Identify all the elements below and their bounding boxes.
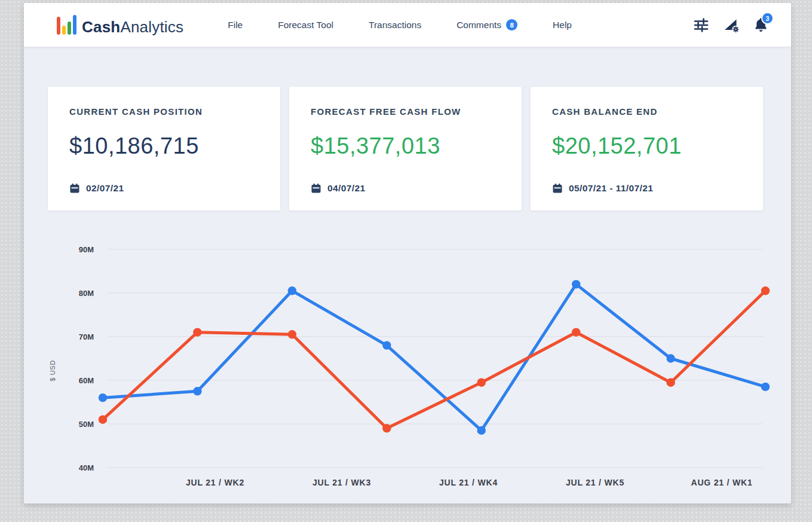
brand-name-bold: Cash bbox=[82, 18, 120, 36]
red-series-point bbox=[99, 416, 107, 424]
y-axis-tick: 90M bbox=[79, 245, 94, 254]
app-panel: CashAnalytics File Forecast Tool Transac… bbox=[24, 3, 791, 503]
blue-series-point bbox=[288, 286, 296, 295]
analytics-settings-icon[interactable] bbox=[723, 17, 740, 33]
y-axis-tick: 60M bbox=[79, 376, 94, 385]
top-nav-bar: CashAnalytics File Forecast Tool Transac… bbox=[24, 3, 791, 47]
blue-series-point bbox=[99, 393, 107, 402]
line-chart-canvas: 90M80M70M60M50M40M$ USDJUL 21 / WK2JUL 2… bbox=[24, 233, 791, 503]
menu-item-label: Comments bbox=[456, 20, 501, 30]
card-forecast-free-cash-flow[interactable]: FORECAST FREE CASH FLOW $15,377,013 04/0… bbox=[289, 87, 522, 210]
notifications-count-badge: 3 bbox=[761, 12, 774, 25]
menu-item-forecast-tool[interactable]: Forecast Tool bbox=[278, 20, 333, 30]
menu-item-file[interactable]: File bbox=[228, 20, 243, 30]
card-date-row: 04/07/21 bbox=[311, 183, 366, 194]
calendar-icon bbox=[552, 183, 563, 194]
calendar-icon bbox=[311, 183, 321, 194]
y-axis-tick: 70M bbox=[79, 332, 94, 341]
red-series-point bbox=[193, 328, 201, 337]
red-series-point bbox=[572, 328, 580, 337]
blue-series-point bbox=[666, 354, 675, 362]
brand-name-light: Analytics bbox=[120, 18, 183, 36]
card-title: CURRENT CASH POSITION bbox=[69, 106, 280, 117]
red-series-point bbox=[288, 330, 296, 338]
cashanalytics-dashboard: { "brand": { "name_bold": "Cash", "name_… bbox=[0, 0, 812, 522]
card-date-row: 02/07/21 bbox=[69, 183, 124, 194]
menu-item-label: Transactions bbox=[369, 20, 421, 30]
y-axis-tick: 80M bbox=[79, 289, 94, 298]
red-series-line bbox=[103, 291, 765, 428]
menu-item-transactions[interactable]: Transactions bbox=[369, 20, 421, 30]
brand-logo[interactable]: CashAnalytics bbox=[57, 15, 183, 35]
red-series-point bbox=[666, 378, 675, 387]
brand-bar bbox=[62, 26, 66, 35]
card-current-cash-position[interactable]: CURRENT CASH POSITION $10,186,715 02/07/… bbox=[48, 87, 280, 210]
x-axis-label: JUL 21 / WK3 bbox=[312, 478, 371, 487]
header-actions: 3 bbox=[693, 17, 768, 33]
menu-item-label: Help bbox=[553, 20, 572, 30]
blue-series-point bbox=[477, 426, 486, 435]
menu-item-label: File bbox=[228, 20, 243, 30]
red-series-point bbox=[477, 378, 486, 387]
red-series-point bbox=[382, 424, 391, 432]
brand-bar bbox=[57, 17, 60, 35]
brand-name: CashAnalytics bbox=[82, 19, 183, 35]
blue-series-point bbox=[572, 280, 580, 288]
y-axis-tick: 40M bbox=[79, 463, 94, 472]
card-date: 04/07/21 bbox=[327, 183, 366, 194]
x-axis-label: JUL 21 / WK4 bbox=[439, 478, 498, 487]
blue-series-point bbox=[382, 341, 391, 349]
x-axis-label: JUL 21 / WK2 bbox=[186, 478, 244, 487]
y-axis-tick: 50M bbox=[79, 420, 94, 429]
blue-series-point bbox=[193, 387, 201, 395]
settings-sliders-icon[interactable] bbox=[693, 17, 709, 33]
card-title: FORECAST FREE CASH FLOW bbox=[311, 106, 522, 117]
blue-series-point bbox=[761, 383, 770, 391]
menu-item-help[interactable]: Help bbox=[553, 20, 572, 30]
menu-item-comments[interactable]: Comments 8 bbox=[456, 19, 517, 30]
brand-bar bbox=[68, 22, 71, 35]
card-value: $15,377,013 bbox=[311, 133, 440, 159]
card-date: 02/07/21 bbox=[86, 183, 124, 194]
cash-flow-line-chart: 90M80M70M60M50M40M$ USDJUL 21 / WK2JUL 2… bbox=[24, 233, 791, 503]
main-menu: File Forecast Tool Transactions Comments… bbox=[228, 19, 572, 30]
x-axis-label: AUG 21 / WK1 bbox=[691, 478, 753, 487]
card-value: $20,152,701 bbox=[552, 133, 682, 159]
comments-count-badge: 8 bbox=[506, 19, 517, 30]
card-title: CASH BALANCE END bbox=[552, 106, 763, 117]
kpi-cards-row: CURRENT CASH POSITION $10,186,715 02/07/… bbox=[48, 87, 763, 210]
red-series-point bbox=[761, 286, 770, 295]
calendar-icon bbox=[69, 183, 80, 194]
brand-bars-icon bbox=[57, 15, 76, 35]
card-value: $10,186,715 bbox=[69, 133, 199, 159]
card-date-row: 05/07/21 - 11/07/21 bbox=[552, 183, 653, 194]
blue-series-line bbox=[103, 284, 765, 431]
menu-item-label: Forecast Tool bbox=[278, 20, 333, 30]
y-axis-label: $ USD bbox=[49, 360, 56, 381]
notifications-bell-icon[interactable]: 3 bbox=[753, 17, 768, 33]
card-cash-balance-end[interactable]: CASH BALANCE END $20,152,701 05/07/21 - … bbox=[531, 87, 763, 210]
x-axis-label: JUL 21 / WK5 bbox=[566, 478, 624, 487]
card-date: 05/07/21 - 11/07/21 bbox=[569, 183, 653, 194]
brand-bar bbox=[73, 15, 76, 35]
